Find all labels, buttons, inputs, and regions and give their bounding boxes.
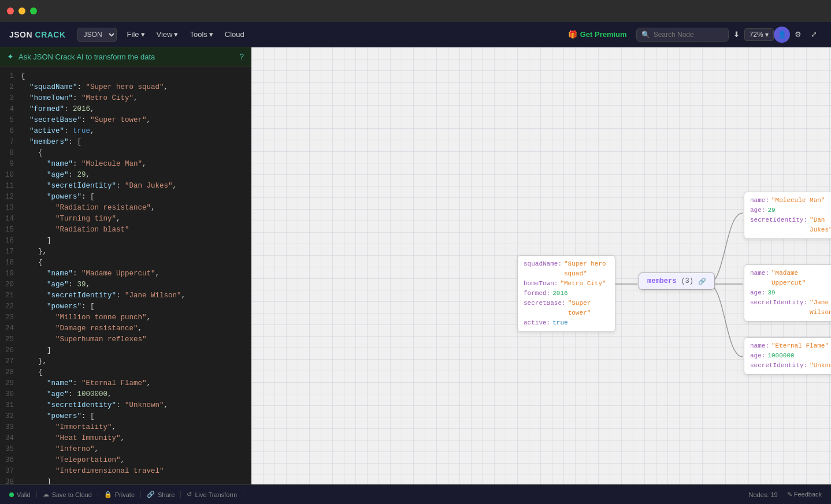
ai-bar-text: Ask JSON Crack AI to transform the data bbox=[18, 53, 155, 61]
ai-help-icon[interactable]: ? bbox=[239, 52, 244, 61]
root-node[interactable]: squadName: "Super hero squad" homeTown: … bbox=[517, 255, 615, 332]
get-premium-button[interactable]: 🎁 Get Premium bbox=[568, 30, 627, 39]
save-cloud-item[interactable]: ☁ Save to Cloud bbox=[37, 491, 98, 498]
code-line: 20 "age": 39, bbox=[0, 279, 251, 290]
code-line: 19 "name": "Madame Uppercut", bbox=[0, 268, 251, 279]
code-line: 26 ] bbox=[0, 345, 251, 356]
editor-panel: ✦ Ask JSON Crack AI to transform the dat… bbox=[0, 47, 251, 484]
code-line: 1 { bbox=[0, 71, 251, 82]
code-line: 10 "age": 29, bbox=[0, 170, 251, 181]
code-line: 17 }, bbox=[0, 247, 251, 257]
code-line: 27 }, bbox=[0, 356, 251, 367]
code-line: 12 "powers": [ bbox=[0, 192, 251, 203]
user-avatar[interactable]: 👤 bbox=[774, 27, 790, 43]
code-line: 21 "secretIdentity": "Jane Wilson", bbox=[0, 290, 251, 301]
format-select[interactable]: JSON YAML TOML bbox=[77, 28, 117, 42]
valid-status: Valid bbox=[9, 491, 37, 498]
ai-icon: ✦ bbox=[7, 52, 14, 61]
code-line: 24 "Damage resistance", bbox=[0, 323, 251, 334]
members-link-icon[interactable]: 🔗 bbox=[698, 278, 706, 285]
download-button[interactable]: ⬇ bbox=[729, 28, 744, 41]
code-line: 3 "homeTown": "Metro City", bbox=[0, 93, 251, 104]
person-node-molecule-man[interactable]: name: "Molecule Man" age: 29 secretIdent… bbox=[744, 192, 831, 239]
code-line: 6 "active": true, bbox=[0, 126, 251, 137]
feedback-button[interactable]: ✎ Feedback bbox=[787, 491, 822, 498]
graph-panel[interactable]: squadName: "Super hero squad" homeTown: … bbox=[251, 47, 831, 484]
file-menu[interactable]: File ▾ bbox=[121, 28, 151, 41]
code-line: 8 { bbox=[0, 148, 251, 159]
code-line: 4 "formed": 2016, bbox=[0, 104, 251, 115]
person-node-madame-uppercut[interactable]: name: "Madame Uppercut" age: 39 secretId… bbox=[744, 264, 831, 322]
maximize-button[interactable] bbox=[30, 8, 37, 14]
live-transform-item[interactable]: ↺ Live Transform bbox=[181, 491, 243, 498]
code-line: 38 ] bbox=[0, 477, 251, 484]
search-input[interactable] bbox=[654, 31, 724, 39]
close-button[interactable] bbox=[7, 8, 14, 14]
members-count: (3) bbox=[681, 277, 693, 285]
titlebar bbox=[0, 0, 831, 22]
code-line: 33 "Immortality", bbox=[0, 422, 251, 433]
minimize-button[interactable] bbox=[18, 8, 25, 14]
share-item[interactable]: 🔗 Share bbox=[141, 491, 181, 498]
code-line: 5 "secretBase": "Super tower", bbox=[0, 115, 251, 126]
expand-button[interactable]: ⤢ bbox=[806, 28, 822, 41]
code-line: 29 "name": "Eternal Flame", bbox=[0, 378, 251, 389]
code-editor[interactable]: 1 { 2 "squadName": "Super hero squad", 3… bbox=[0, 66, 251, 484]
code-line: 15 "Radiation blast" bbox=[0, 225, 251, 236]
zoom-control[interactable]: 72% ▾ bbox=[744, 28, 774, 41]
code-line: 36 "Teleportation", bbox=[0, 455, 251, 466]
root-node-body: squadName: "Super hero squad" homeTown: … bbox=[518, 256, 615, 331]
code-line: 2 "squadName": "Super hero squad", bbox=[0, 82, 251, 93]
code-line: 32 "powers": [ bbox=[0, 411, 251, 422]
valid-dot bbox=[9, 492, 14, 497]
code-line: 25 "Superhuman reflexes" bbox=[0, 334, 251, 345]
code-line: 9 "name": "Molecule Man", bbox=[0, 159, 251, 170]
search-icon: 🔍 bbox=[641, 31, 650, 39]
code-line: 23 "Million tonne punch", bbox=[0, 312, 251, 323]
code-line: 22 "powers": [ bbox=[0, 301, 251, 312]
members-node[interactable]: members (3) 🔗 bbox=[639, 272, 715, 290]
code-line: 7 "members": [ bbox=[0, 137, 251, 148]
tools-menu[interactable]: Tools ▾ bbox=[184, 28, 218, 41]
ai-bar[interactable]: ✦ Ask JSON Crack AI to transform the dat… bbox=[0, 47, 251, 66]
code-line: 35 "Inferno", bbox=[0, 444, 251, 455]
code-line: 13 "Radiation resistance", bbox=[0, 203, 251, 214]
app-logo: JSON CRACK bbox=[9, 30, 66, 39]
code-line: 28 { bbox=[0, 367, 251, 378]
main-content: ✦ Ask JSON Crack AI to transform the dat… bbox=[0, 47, 831, 484]
nodes-count: Nodes: 19 bbox=[748, 491, 777, 498]
code-line: 34 "Heat Immunity", bbox=[0, 433, 251, 444]
code-line: 37 "Interdimensional travel" bbox=[0, 466, 251, 477]
private-item[interactable]: 🔒 Private bbox=[98, 491, 141, 498]
settings-button[interactable]: ⚙ bbox=[790, 28, 806, 41]
members-label: members bbox=[647, 277, 676, 285]
code-line: 31 "secretIdentity": "Unknown", bbox=[0, 400, 251, 411]
person-node-eternal-flame[interactable]: name: "Eternal Flame" age: 1000000 secre… bbox=[744, 337, 831, 375]
menubar: JSON CRACK JSON YAML TOML File ▾ View ▾ … bbox=[0, 22, 831, 47]
code-line: 18 { bbox=[0, 257, 251, 268]
statusbar: Valid ☁ Save to Cloud 🔒 Private 🔗 Share … bbox=[0, 484, 831, 504]
search-box: 🔍 bbox=[636, 28, 729, 42]
code-line: 16 ] bbox=[0, 236, 251, 247]
code-line: 30 "age": 1000000, bbox=[0, 389, 251, 400]
code-line: 11 "secretIdentity": "Dan Jukes", bbox=[0, 181, 251, 192]
view-menu[interactable]: View ▾ bbox=[151, 28, 184, 41]
code-line: 14 "Turning tiny", bbox=[0, 214, 251, 225]
cloud-menu[interactable]: Cloud bbox=[219, 28, 250, 41]
